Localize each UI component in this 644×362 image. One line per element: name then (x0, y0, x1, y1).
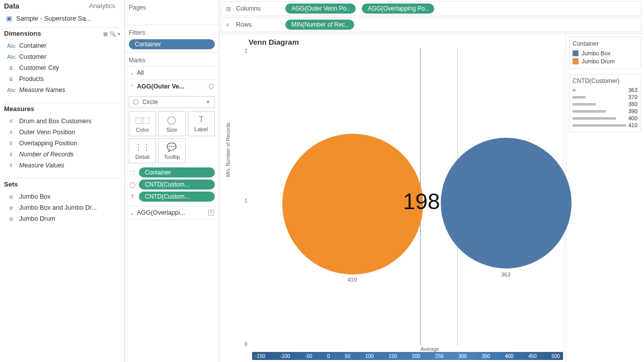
measure-field[interactable]: #Outer Venn Position (4, 127, 120, 138)
datasource-row[interactable]: ▣ Sample - Superstore Sa... (4, 12, 120, 27)
dimension-field[interactable]: &Products (4, 73, 120, 84)
venn-circle-jumbo-box[interactable] (441, 138, 572, 268)
circle-icon (209, 84, 214, 89)
field-label: Drum and Box Customers (19, 118, 92, 125)
mark-buttons-row1: ⬚⬚Color◯SizeTLabel (125, 111, 219, 138)
number-icon: # (7, 130, 15, 135)
abc-icon: Abc (7, 54, 15, 60)
legend-size-card: CNTD(Customer) 363370380390400410 (569, 74, 641, 132)
shelf-panel: Pages Filters Container Marks ⌄ All ⌃ AG… (125, 0, 219, 362)
measures-list: #Drum and Box Customers#Outer Venn Posit… (4, 115, 120, 178)
analytics-tab[interactable]: Analytics (84, 1, 120, 11)
field-label: Measure Names (19, 86, 65, 94)
legend-size-row[interactable]: 390 (573, 108, 637, 115)
filters-shelf[interactable]: Filters Container (125, 25, 219, 53)
field-label: Customer (19, 53, 46, 60)
average-line-label: Average (421, 346, 439, 352)
x-tick: 400 (505, 353, 514, 359)
column-pill-1[interactable]: AGG(Overlapping Po.. (362, 4, 434, 14)
x-tick: 500 (551, 353, 560, 359)
size-value: 370 (628, 94, 637, 100)
set-field[interactable]: ⊘Jumbo Box and Jumbo Dr... (4, 202, 120, 213)
row-pill-0[interactable]: MIN(Number of Rec.. (285, 20, 354, 30)
x-tick: -150 (255, 353, 265, 359)
dimensions-list: AbcContainerAbcCustomer&Customer City&Pr… (4, 39, 120, 103)
mark-btn-label: Label (194, 126, 208, 132)
mark-pill-row: ⬚Container (129, 167, 215, 177)
mark-btn-label: Color (136, 127, 149, 133)
columns-shelf[interactable]: ▥ Columns AGG(Outer Venn Po.. AGG(Overla… (221, 1, 642, 16)
mark-btn-label: Size (167, 127, 177, 133)
legend-size-row[interactable]: 400 (573, 115, 637, 122)
legend-size-row[interactable]: 380 (573, 101, 637, 108)
x-tick: 450 (528, 353, 537, 359)
dimension-field[interactable]: AbcContainer (4, 40, 120, 51)
x-tick: -100 (280, 353, 290, 359)
x-tick: 50 (345, 353, 350, 359)
mark-btn-detail[interactable]: ⋮⋮Detail (129, 138, 156, 163)
set-field[interactable]: ⊘Jumbo Drum (4, 213, 120, 224)
marks-card-overlapping[interactable]: ⌄ AGG(Overlappi... T (125, 206, 219, 220)
color-swatch (573, 50, 579, 56)
datasource-name: Sample - Superstore Sa... (16, 15, 92, 22)
legend-size-row[interactable]: 370 (573, 94, 637, 101)
measure-field[interactable]: #Number of Records (4, 149, 120, 160)
mark-btn-tooltip[interactable]: 💬Tooltip (158, 138, 185, 163)
x-tick: 100 (365, 353, 374, 359)
venn-circle-jumbo-drum[interactable] (282, 134, 423, 275)
set-field[interactable]: ⊘Jumbo Box (4, 191, 120, 202)
legend-item[interactable]: Jumbo Drum (573, 57, 637, 65)
dimension-field[interactable]: AbcMeasure Names (4, 84, 120, 96)
field-label: Jumbo Drum (19, 215, 55, 222)
mark-pill[interactable]: Container (139, 167, 215, 177)
dimension-field[interactable]: AbcCustomer (4, 51, 120, 62)
field-label: Customer City (19, 64, 59, 71)
filter-pill-container[interactable]: Container (129, 39, 215, 49)
label-icon: T (208, 210, 214, 216)
measure-field[interactable]: #Drum and Box Customers (4, 116, 120, 127)
mark-btn-color[interactable]: ⬚⬚Color (129, 111, 156, 136)
venn-overlap-value: 198 (403, 189, 440, 214)
mark-btn-label: Detail (135, 154, 149, 160)
mark-pill-row: ◯CNTD(Custom... (129, 179, 215, 190)
chevron-up-icon: ⌃ (130, 84, 134, 89)
measures-section-title: Measures (4, 105, 34, 113)
mark-pill-row: TCNTD(Custom... (129, 192, 215, 202)
geo-icon: & (7, 65, 15, 71)
mark-type-dropdown[interactable]: Circle ▼ (129, 96, 215, 108)
size-value: 410 (628, 122, 637, 128)
size-bar (573, 110, 606, 113)
dimensions-tools[interactable]: ▦🔍▾ (101, 30, 120, 37)
legend-size-row[interactable]: 410 (573, 122, 637, 129)
column-pill-0[interactable]: AGG(Outer Venn Po.. (285, 4, 356, 14)
legend-size-row[interactable]: 363 (573, 86, 637, 94)
field-label: Container (19, 42, 46, 49)
legend-container-title: Container (573, 40, 637, 49)
mark-pill[interactable]: CNTD(Custom... (139, 192, 215, 202)
datasource-icon: ▣ (6, 15, 12, 22)
mark-btn-size[interactable]: ◯Size (158, 111, 185, 136)
field-label: Jumbo Box (19, 193, 51, 200)
chart-area[interactable]: Min. Number of Records 2 1 0 Average 198… (229, 48, 564, 360)
mark-pills-list: ⬚Container◯CNTD(Custom...TCNTD(Custom... (125, 165, 219, 206)
viz-container: Venn Diagram Min. Number of Records 2 1 … (219, 34, 566, 362)
legend-item[interactable]: Jumbo Box (573, 49, 637, 57)
legend-panel: Container Jumbo BoxJumbo Drum CNTD(Custo… (566, 34, 644, 362)
measure-field[interactable]: #Overlapping Position (4, 138, 120, 149)
legend-item-label: Jumbo Drum (582, 58, 615, 64)
x-axis: -150-100-5005010015020025030035040045050… (252, 352, 563, 360)
chevron-down-icon: ▼ (206, 100, 210, 105)
measure-field[interactable]: #Measure Values (4, 160, 120, 171)
dimension-field[interactable]: &Customer City (4, 62, 120, 73)
data-tab[interactable]: Data (4, 2, 19, 10)
mark-btn-label[interactable]: TLabel (188, 111, 215, 136)
right-circle-caption: 363 (501, 272, 510, 278)
pages-shelf[interactable]: Pages (125, 0, 219, 25)
marks-card-outer-venn[interactable]: ⌃ AGG(Outer Ve... (125, 79, 219, 93)
marks-all[interactable]: ⌄ All (125, 66, 219, 79)
mark-pill[interactable]: CNTD(Custom... (139, 179, 215, 190)
chevron-down-icon: ⌄ (130, 70, 134, 76)
rows-shelf[interactable]: ≡ Rows MIN(Number of Rec.. (221, 17, 642, 32)
y-axis-label: Min. Number of Records (225, 122, 231, 176)
field-label: Products (19, 75, 44, 82)
